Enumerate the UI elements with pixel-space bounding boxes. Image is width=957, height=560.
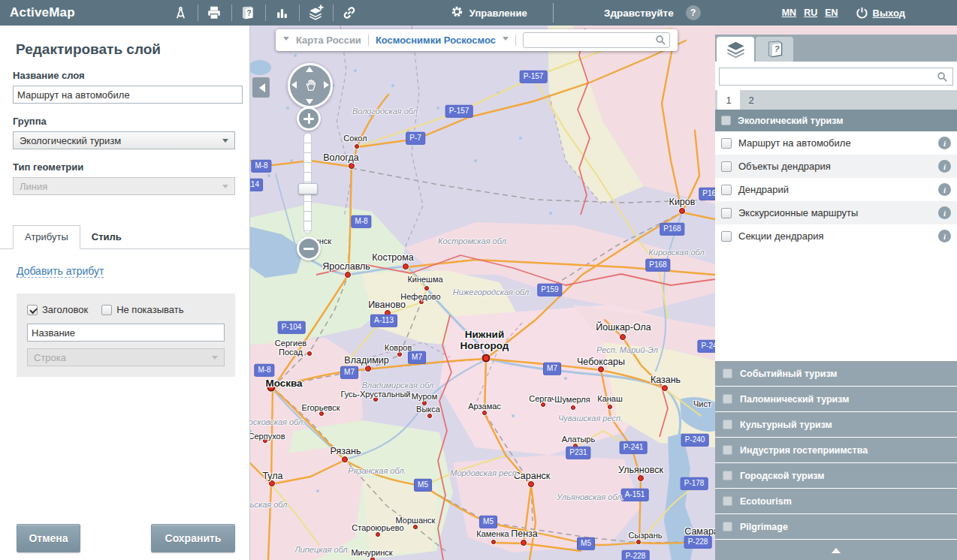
layers-search [715,62,957,90]
chart-icon[interactable] [265,0,299,26]
tab-layers[interactable] [717,37,754,62]
layers-panel: ? 12 Экологический туризм Маршрут на авт… [715,35,957,560]
lang-ru[interactable]: RU [804,8,817,18]
pan-left-icon[interactable] [291,81,297,89]
tab-style[interactable]: Стиль [80,226,133,248]
layer-label: Дендрарий [738,184,931,195]
group-checkbox[interactable] [723,522,732,531]
help-icon[interactable]: ? [686,5,701,20]
group-checkbox[interactable] [723,496,732,506]
group-label: Индустрия гостеприимства [740,445,868,456]
header-divider [553,3,554,23]
lang-mn[interactable]: MN [782,8,796,18]
collapsed-groups: Событийный туризмПаломнический туризмКул… [715,360,957,539]
pan-control[interactable] [288,63,333,108]
group-checkbox[interactable] [723,445,732,455]
layer-name-input[interactable] [13,86,243,104]
chevron-left-icon [255,83,265,92]
add-attribute-link[interactable]: Добавить атрибут [17,265,104,278]
cancel-button[interactable]: Отмена [17,524,80,552]
svg-text:?: ? [247,9,252,17]
link-icon[interactable] [333,0,367,26]
layer-group-collapsed[interactable]: Индустрия гостеприимства [715,437,957,462]
layer-checkbox[interactable] [721,185,732,195]
layer-row[interactable]: Маршрут на автомобиле [715,131,957,155]
gear-icon [451,5,463,20]
group-checkbox[interactable] [723,369,732,378]
layer-row[interactable]: Объекты дендрария [715,155,957,178]
title-checkbox[interactable] [27,305,38,315]
layer-row[interactable]: Дендрарий [715,178,957,201]
layer-rows: Маршрут на автомобилеОбъекты дендрарияДе… [715,131,957,248]
layer-group-collapsed[interactable]: Паломнический туризм [715,386,957,411]
layers-panel-tabs: ? [715,35,957,62]
info-icon[interactable] [938,230,951,242]
basemap-option-roscosmos[interactable]: Космоснимки Роскосмос [376,35,496,46]
panel-collapse-footer[interactable] [715,539,957,560]
attribute-type-value: Строка [34,352,66,363]
attribute-name-input[interactable] [27,324,225,342]
layer-checkbox[interactable] [721,161,732,172]
pan-up-icon[interactable] [306,67,313,72]
pan-right-icon[interactable] [324,81,329,89]
layer-checkbox[interactable] [721,138,732,149]
attribute-type-select: Строка [27,348,225,366]
collapse-left-panel-button[interactable] [252,77,270,98]
group-checkbox[interactable] [723,420,732,429]
svg-text:?: ? [774,44,779,53]
layers-list: Экологический туризм Маршрут на автомоби… [715,110,957,560]
layer-group-collapsed[interactable]: Культурный туризм [715,411,957,437]
layer-group-collapsed[interactable]: Городской туризм [715,462,957,488]
zoom-slider-handle[interactable] [298,183,318,194]
layer-checkbox[interactable] [721,231,732,242]
group-checkbox[interactable] [723,471,732,480]
group-checkbox[interactable] [723,394,732,404]
edit-layer-panel: Редактировать слой Название слоя Группа … [0,26,250,560]
chevron-down-icon[interactable] [283,37,289,44]
search-icon[interactable] [655,35,666,49]
info-icon[interactable] [938,206,951,219]
tab-legend[interactable]: ? [756,37,793,62]
chevron-down-icon[interactable] [503,37,509,44]
basemap-option-russia[interactable]: Карта России [296,35,361,46]
layer-group-expanded[interactable]: Экологический туризм [715,110,957,131]
tab-attributes[interactable]: Атрибуты [13,225,80,249]
info-icon[interactable] [938,183,951,196]
lang-en[interactable]: EN [825,8,838,18]
info-icon[interactable] [938,160,951,173]
print-icon[interactable] [198,0,231,26]
group-select[interactable]: Экологический туризм [13,131,235,149]
save-button[interactable]: Сохранить [151,524,235,552]
title-checkbox-label: Заголовок [42,304,88,315]
logout-link[interactable]: Выход [873,8,905,19]
page-tab-2[interactable]: 2 [740,90,762,110]
chevron-down-icon [222,139,228,146]
layer-row[interactable]: Экскурсионные маршруты [715,201,957,224]
zoom-in-button[interactable] [297,107,321,131]
zoom-out-button[interactable] [297,236,321,260]
layer-group-collapsed[interactable]: Pilgrimage [715,513,957,539]
info-icon[interactable] [938,137,951,149]
layer-label: Секции дендрария [738,230,931,242]
layer-group-collapsed[interactable]: Событийный туризм [715,360,957,386]
geometry-type-label: Тип геометрии [13,161,234,173]
add-layer-icon[interactable] [299,0,333,26]
pan-down-icon[interactable] [306,99,313,104]
layer-checkbox[interactable] [721,208,732,218]
page-tab-1[interactable]: 1 [717,90,740,110]
layer-row[interactable]: Секции дендрария [715,224,957,248]
divider [515,35,516,46]
group-checkbox[interactable] [721,116,731,125]
measure-icon[interactable] [164,0,198,26]
layer-label: Объекты дендрария [738,161,931,172]
help-book-icon[interactable]: ? [231,0,265,26]
header-right: Здравствуйте ? MNRUEN Выход [604,5,957,20]
management-button[interactable]: Управление [451,5,527,20]
map-search-input[interactable] [523,32,670,48]
hide-checkbox[interactable] [101,305,112,315]
zoom-slider[interactable] [303,133,312,233]
layers-search-input[interactable] [719,68,953,86]
activemap-app: ActiveMap ? Управление Здравствуйте ? MN… [0,0,957,560]
layer-group-collapsed[interactable]: Ecotourism [715,488,957,513]
power-icon[interactable] [855,6,869,20]
